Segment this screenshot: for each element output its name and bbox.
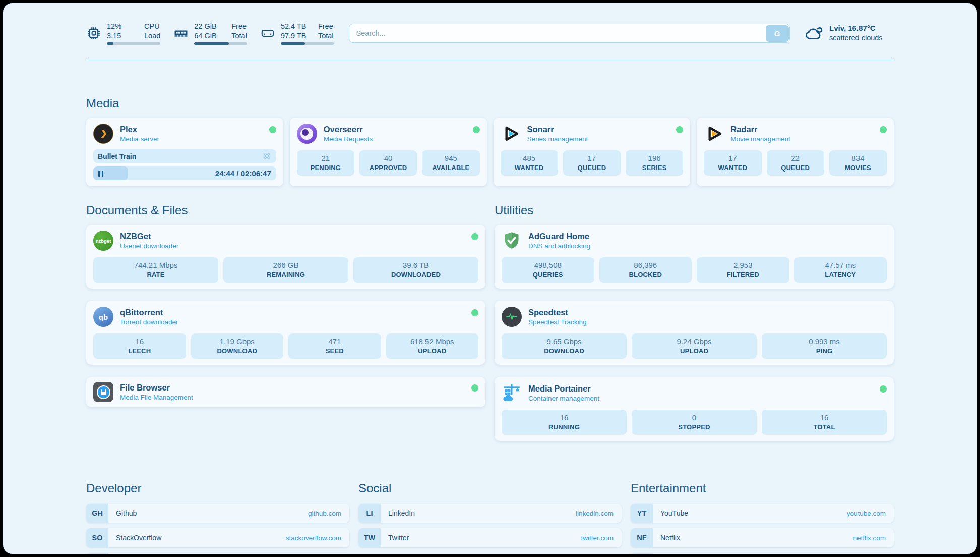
app-card-nzbget[interactable]: nzbget NZBGet Usenet downloader 744.21 M…: [86, 225, 485, 289]
online-status-dot: [880, 385, 887, 393]
bookmark-linkedin[interactable]: LI LinkedIn linkedin.com: [358, 504, 622, 523]
disk-total-value: 97.9 TB: [281, 31, 307, 41]
app-card-speedtest[interactable]: Speedtest Speedtest Tracking 9.65 Gbps D…: [495, 301, 894, 365]
bookmark-youtube[interactable]: YT YouTube youtube.com: [631, 504, 894, 523]
bookmark-badge: DT: [86, 553, 108, 554]
section-heading-utilities: Utilities: [495, 203, 894, 217]
pause-icon: [98, 171, 103, 177]
nzbget-icon: nzbget: [93, 231, 113, 251]
bookmark-name: Netflix: [653, 528, 853, 547]
app-title: Media Portainer: [528, 384, 873, 394]
stat-box: 1.19 Gbps DOWNLOAD: [191, 333, 284, 359]
stat-label: AVAILABLE: [424, 164, 477, 172]
app-card-radarr[interactable]: Radarr Movie management 17 WANTED 22 QUE…: [697, 118, 894, 186]
video-session-icon: [262, 151, 272, 161]
app-title: Radarr: [730, 125, 873, 134]
stat-value: 16: [95, 337, 184, 346]
disk-icon: [260, 26, 275, 41]
stat-box: 196 SERIES: [626, 150, 683, 176]
app-subtitle: Usenet downloader: [120, 242, 465, 250]
stat-value: 17: [565, 154, 619, 162]
stat-box: 744.21 Mbps RATE: [93, 257, 218, 283]
bookmark-name: LinkedIn: [381, 504, 576, 523]
weather-widget: Lviv, 16.87°C scattered clouds: [805, 23, 894, 43]
disk-total-label: Total: [318, 31, 334, 41]
app-card-overseerr[interactable]: Overseerr Media Requests 21 PENDING 40 A…: [290, 118, 487, 186]
overseerr-icon: [297, 124, 317, 144]
dashboard: 12% 3.15 CPU Load: [3, 3, 977, 554]
stat-label: REMAINING: [225, 271, 346, 278]
stat-box: 47.57 ms LATENCY: [794, 257, 887, 283]
bookmark-badge: YT: [631, 504, 653, 523]
app-subtitle: Media Requests: [324, 135, 466, 143]
search-bar: G: [349, 24, 790, 43]
app-card-qbittorrent[interactable]: qb qBittorrent Torrent downloader 16 LEE…: [86, 301, 485, 365]
playback-progress-bar: 24:44 / 02:06:47: [93, 166, 276, 180]
bookmark-url: twitter.com: [581, 528, 622, 547]
app-card-sonarr[interactable]: Sonarr Series management 485 WANTED 17 Q…: [494, 118, 691, 186]
playback-time: 24:44 / 02:06:47: [215, 169, 271, 178]
search-provider-button[interactable]: G: [766, 25, 789, 42]
filebrowser-icon: [93, 382, 113, 402]
app-title: Overseerr: [324, 125, 466, 134]
disk-free-value: 52.4 TB: [281, 22, 307, 31]
online-status-dot: [269, 126, 276, 133]
bookmark-badge: TW: [358, 528, 381, 547]
stat-label: TOTAL: [764, 423, 885, 431]
stat-label: LEECH: [95, 347, 184, 355]
stat-label: BLOCKED: [601, 271, 690, 278]
app-card-adguard[interactable]: AdGuard Home DNS and adblocking 498,508 …: [495, 225, 894, 289]
stat-value: 0: [634, 413, 755, 422]
bookmark-dev[interactable]: DT DEV dev.to: [86, 553, 349, 554]
stat-label: LATENCY: [797, 271, 885, 278]
stat-box: 0 STOPPED: [632, 410, 757, 435]
cpu-label: CPU: [144, 22, 160, 31]
search-input[interactable]: [349, 24, 790, 43]
stat-box: 618.52 Mbps UPLOAD: [386, 333, 479, 359]
bookmark-name: StackOverflow: [108, 528, 286, 547]
bookmark-stackoverflow[interactable]: SO StackOverflow stackoverflow.com: [86, 528, 349, 547]
stat-label: DOWNLOAD: [504, 347, 625, 355]
bookmark-url: stackoverflow.com: [286, 528, 349, 547]
stat-label: FILTERED: [699, 271, 787, 278]
stat-label: UPLOAD: [634, 347, 755, 355]
app-card-portainer[interactable]: Media Portainer Container management 16 …: [495, 377, 894, 441]
radarr-icon: [704, 124, 724, 144]
bookmark-name: Reddit: [653, 553, 854, 554]
bookmark-github[interactable]: GH Github github.com: [86, 504, 349, 523]
app-title: AdGuard Home: [528, 232, 887, 241]
stat-label: STOPPED: [634, 423, 755, 431]
stat-box: 22 QUEUED: [767, 150, 824, 176]
disk-stat: 52.4 TB 97.9 TB Free Total: [260, 22, 334, 45]
memory-icon: [173, 26, 189, 41]
cpu-usage-value: 12%: [107, 22, 133, 31]
section-heading-documents: Documents & Files: [86, 203, 485, 217]
memory-free-value: 22 GiB: [194, 22, 220, 31]
bookmark-name: Github: [108, 504, 308, 523]
system-stats: 12% 3.15 CPU Load: [86, 22, 334, 45]
stat-label: MOVIES: [831, 164, 885, 172]
qbittorrent-icon: qb: [93, 307, 113, 327]
memory-total-label: Total: [231, 31, 247, 41]
stat-label: QUEUED: [565, 164, 619, 172]
memory-progress-bar: [194, 42, 247, 45]
app-title: File Browser: [120, 383, 465, 393]
bookmark-netflix[interactable]: NF Netflix netflix.com: [631, 528, 894, 547]
memory-total-value: 64 GiB: [194, 31, 220, 41]
online-status-dot: [880, 126, 887, 133]
stat-value: 9.65 Gbps: [504, 337, 625, 346]
app-card-plex[interactable]: Plex Media server Bullet Train: [86, 118, 283, 186]
bookmark-badge: NF: [631, 528, 653, 547]
cpu-load-value: 3.15: [107, 31, 133, 41]
bookmark-badge: LI: [358, 504, 381, 523]
bookmark-reddit[interactable]: RE Reddit reddit.com: [631, 553, 894, 554]
app-card-filebrowser[interactable]: File Browser Media File Management: [86, 377, 485, 407]
cpu-icon: [86, 26, 101, 41]
stat-box: 945 AVAILABLE: [422, 150, 479, 176]
stat-label: DOWNLOAD: [193, 347, 282, 355]
now-playing-row: Bullet Train: [93, 149, 276, 163]
app-subtitle: Torrent downloader: [120, 318, 465, 326]
stat-label: APPROVED: [361, 164, 415, 172]
stat-box: 16 LEECH: [93, 333, 186, 359]
bookmark-twitter[interactable]: TW Twitter twitter.com: [358, 528, 622, 547]
